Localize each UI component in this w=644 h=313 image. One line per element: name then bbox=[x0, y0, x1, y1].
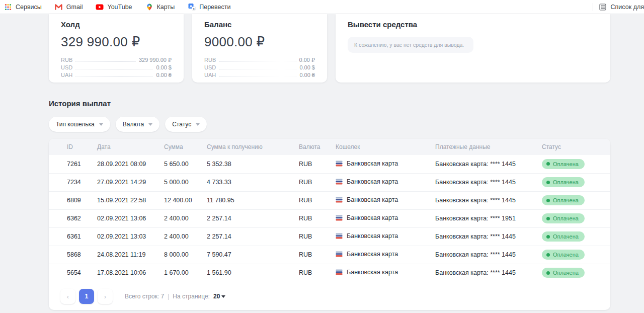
status-dot-icon bbox=[546, 271, 550, 275]
status-badge: Оплачена bbox=[542, 231, 585, 242]
cell-id: 6362 bbox=[49, 209, 97, 227]
per-page-select[interactable]: 20 bbox=[213, 293, 225, 300]
dotted-leader bbox=[75, 61, 136, 62]
bank-card-icon bbox=[336, 251, 343, 257]
cell-status: Оплачена bbox=[542, 155, 610, 173]
cell-id: 7261 bbox=[49, 155, 97, 173]
chevron-down-icon bbox=[221, 295, 225, 298]
bookmark-maps[interactable]: Карты bbox=[145, 3, 175, 11]
currency-value: 0.00 ₴ bbox=[156, 71, 172, 79]
table-row: 5868 24.08.2021 11:19 8 000.00 7 590.47 … bbox=[49, 246, 610, 264]
cell-id: 5654 bbox=[49, 264, 97, 282]
cell-status: Оплачена bbox=[542, 191, 610, 209]
cell-payment: Банковская карта: **** 1445 bbox=[435, 191, 542, 209]
cell-payment: Банковская карта: **** 1445 bbox=[435, 227, 542, 246]
bookmark-label: Карты bbox=[157, 4, 175, 11]
withdraw-card: Вывести средства К сожалению, у вас нет … bbox=[336, 14, 610, 83]
table-row: 5654 17.08.2021 10:06 1 670.00 1 561.90 … bbox=[49, 264, 610, 282]
bookmark-gmail[interactable]: Gmail bbox=[55, 3, 83, 11]
bookmark-services[interactable]: Сервисы bbox=[4, 3, 42, 11]
col-payment: Платежные данные bbox=[435, 139, 542, 155]
cell-amount: 8 000.00 bbox=[164, 246, 207, 264]
balance-row-usd: USD 0.00 $ bbox=[204, 64, 315, 71]
status-dot-icon bbox=[546, 253, 550, 257]
table-row: 7234 27.09.2021 14:29 5 000.00 4 733.33 … bbox=[49, 173, 610, 191]
cell-amount: 12 400.00 bbox=[164, 191, 207, 209]
status-label: Оплачена bbox=[553, 252, 579, 258]
balance-row-rub: RUB 0.00 ₽ bbox=[204, 56, 315, 64]
bookmark-label: Перевести bbox=[199, 4, 230, 11]
no-funds-notice: К сожалению, у вас нет средств для вывод… bbox=[348, 37, 473, 53]
col-status: Статус bbox=[542, 139, 610, 155]
cell-payment: Банковская карта: **** 1445 bbox=[435, 264, 542, 282]
dotted-leader bbox=[219, 69, 296, 69]
cell-amount: 2 400.00 bbox=[164, 209, 207, 227]
currency-value: 0.00 $ bbox=[156, 64, 172, 71]
chevron-down-icon bbox=[148, 123, 152, 126]
currency-value: 0.00 ₽ bbox=[299, 56, 315, 64]
cell-amount: 2 400.00 bbox=[164, 227, 207, 246]
table-row: 7261 28.09.2021 08:09 5 650.00 5 352.38 … bbox=[49, 155, 610, 173]
chevron-down-icon bbox=[99, 123, 103, 126]
reading-list-button[interactable]: Список для bbox=[593, 3, 644, 11]
dotted-leader bbox=[219, 61, 296, 62]
table-row: 6362 02.09.2021 13:06 2 400.00 2 257.14 … bbox=[49, 209, 610, 227]
filter-currency[interactable]: Валюта bbox=[116, 117, 159, 132]
currency-value: 0.00 ₴ bbox=[299, 71, 315, 79]
col-date: Дата bbox=[97, 139, 164, 155]
table-row: 6361 02.09.2021 13:03 2 400.00 2 257.14 … bbox=[49, 227, 610, 246]
wallet-label: Банковская карта bbox=[347, 196, 398, 203]
cell-date: 27.09.2021 14:29 bbox=[97, 173, 164, 191]
status-badge: Оплачена bbox=[542, 268, 585, 278]
bookmark-label: Gmail bbox=[66, 4, 83, 11]
currency-value: 0.00 $ bbox=[299, 64, 315, 71]
wallet-label: Банковская карта bbox=[347, 214, 398, 221]
cell-currency: RUB bbox=[299, 209, 336, 227]
currency-label: USD bbox=[61, 64, 72, 71]
cell-receive: 7 590.47 bbox=[207, 246, 299, 264]
currency-label: UAH bbox=[204, 71, 216, 79]
filter-wallet-type[interactable]: Тип кошелька bbox=[49, 117, 110, 132]
bank-card-icon bbox=[336, 179, 343, 185]
bookmark-youtube[interactable]: YouTube bbox=[96, 3, 132, 11]
cell-wallet: Банковская карта bbox=[336, 155, 435, 173]
maps-icon bbox=[145, 3, 153, 11]
currency-label: USD bbox=[204, 64, 216, 71]
table-header-row: ID Дата Сумма Сумма к получению Валюта К… bbox=[49, 139, 610, 155]
next-page-button[interactable]: › bbox=[98, 289, 113, 304]
balance-amount: 9000.00 ₽ bbox=[204, 34, 315, 50]
bank-card-icon bbox=[336, 197, 343, 203]
prev-page-button[interactable]: ‹ bbox=[60, 289, 75, 304]
balance-card: Баланс 9000.00 ₽ RUB 0.00 ₽ USD 0.00 $ U… bbox=[192, 14, 327, 83]
payout-table: ID Дата Сумма Сумма к получению Валюта К… bbox=[49, 139, 610, 282]
hold-card: Холд 329 990.00 ₽ RUB 329 990.00 ₽ USD 0… bbox=[49, 14, 184, 83]
apps-grid-icon bbox=[4, 3, 12, 11]
status-label: Оплачена bbox=[553, 270, 579, 276]
hold-row-uah: UAH 0.00 ₴ bbox=[61, 71, 172, 79]
col-wallet: Кошелек bbox=[336, 139, 435, 155]
cell-currency: RUB bbox=[299, 227, 336, 246]
payout-table-body: 7261 28.09.2021 08:09 5 650.00 5 352.38 … bbox=[49, 155, 610, 282]
cell-receive: 11 780.95 bbox=[207, 191, 299, 209]
bookmark-translate[interactable]: A a Перевести bbox=[188, 3, 230, 11]
filter-status[interactable]: Статус bbox=[165, 117, 207, 132]
page-1-button[interactable]: 1 bbox=[79, 289, 94, 304]
cell-currency: RUB bbox=[299, 191, 336, 209]
reading-list-icon bbox=[599, 3, 607, 11]
status-badge: Оплачена bbox=[542, 177, 585, 187]
cell-date: 02.09.2021 13:06 bbox=[97, 209, 164, 227]
cell-amount: 1 670.00 bbox=[164, 264, 207, 282]
hold-row-rub: RUB 329 990.00 ₽ bbox=[61, 56, 172, 64]
dotted-leader bbox=[219, 76, 296, 77]
cell-wallet: Банковская карта bbox=[336, 209, 435, 227]
status-badge: Оплачена bbox=[542, 250, 585, 260]
filter-label: Статус bbox=[172, 121, 191, 128]
cell-receive: 1 561.90 bbox=[207, 264, 299, 282]
status-label: Оплачена bbox=[553, 215, 579, 221]
filter-label: Валюта bbox=[123, 121, 144, 128]
bank-card-icon bbox=[336, 233, 343, 239]
currency-label: RUB bbox=[204, 56, 216, 64]
pagination: ‹ 1 › Всего строк: 7 | На странице: 20 bbox=[49, 282, 610, 304]
status-label: Оплачена bbox=[553, 179, 579, 185]
history-title: История выплат bbox=[49, 99, 644, 108]
